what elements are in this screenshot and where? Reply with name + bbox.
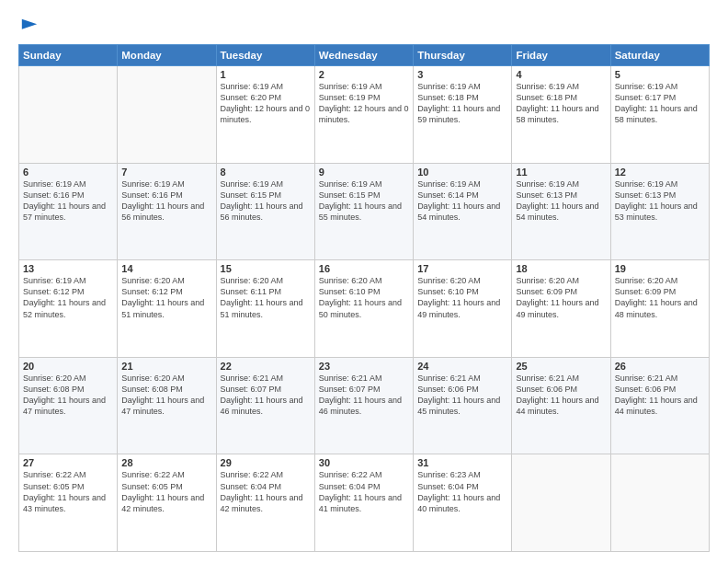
cell-info: Sunrise: 6:22 AM Sunset: 6:05 PM Dayligh… <box>23 469 113 514</box>
cell-info: Sunrise: 6:20 AM Sunset: 6:08 PM Dayligh… <box>23 373 113 418</box>
day-header-tuesday: Tuesday <box>216 45 314 66</box>
day-number: 20 <box>23 361 113 372</box>
cell-info: Sunrise: 6:20 AM Sunset: 6:08 PM Dayligh… <box>121 373 211 418</box>
calendar-cell: 15Sunrise: 6:20 AM Sunset: 6:11 PM Dayli… <box>216 260 314 358</box>
calendar-cell: 12Sunrise: 6:19 AM Sunset: 6:13 PM Dayli… <box>610 163 709 260</box>
day-number: 23 <box>319 361 409 372</box>
week-row-5: 27Sunrise: 6:22 AM Sunset: 6:05 PM Dayli… <box>19 454 710 552</box>
day-number: 4 <box>516 69 606 80</box>
calendar-cell: 16Sunrise: 6:20 AM Sunset: 6:10 PM Dayli… <box>314 260 413 358</box>
cell-info: Sunrise: 6:19 AM Sunset: 6:14 PM Dayligh… <box>417 178 507 224</box>
cell-info: Sunrise: 6:20 AM Sunset: 6:10 PM Dayligh… <box>319 275 409 320</box>
day-number: 24 <box>417 361 507 372</box>
calendar-cell: 10Sunrise: 6:19 AM Sunset: 6:14 PM Dayli… <box>414 163 512 260</box>
calendar-cell: 29Sunrise: 6:22 AM Sunset: 6:04 PM Dayli… <box>216 454 314 552</box>
week-row-4: 20Sunrise: 6:20 AM Sunset: 6:08 PM Dayli… <box>19 357 710 454</box>
day-number: 17 <box>417 263 507 274</box>
day-number: 29 <box>221 457 311 468</box>
calendar-cell: 31Sunrise: 6:23 AM Sunset: 6:04 PM Dayli… <box>414 454 512 552</box>
day-number: 21 <box>121 361 211 372</box>
day-number: 15 <box>221 263 311 274</box>
calendar-cell <box>19 66 118 164</box>
cell-info: Sunrise: 6:20 AM Sunset: 6:09 PM Dayligh… <box>615 275 705 320</box>
cell-info: Sunrise: 6:22 AM Sunset: 6:04 PM Dayligh… <box>319 469 409 514</box>
cell-info: Sunrise: 6:19 AM Sunset: 6:13 PM Dayligh… <box>615 178 705 224</box>
calendar-cell <box>118 66 216 164</box>
calendar-cell: 28Sunrise: 6:22 AM Sunset: 6:05 PM Dayli… <box>118 454 216 552</box>
cell-info: Sunrise: 6:19 AM Sunset: 6:13 PM Dayligh… <box>516 178 606 224</box>
calendar-cell: 24Sunrise: 6:21 AM Sunset: 6:06 PM Dayli… <box>414 357 512 454</box>
calendar-cell: 19Sunrise: 6:20 AM Sunset: 6:09 PM Dayli… <box>610 260 709 358</box>
svg-marker-0 <box>22 19 37 29</box>
calendar-cell: 9Sunrise: 6:19 AM Sunset: 6:15 PM Daylig… <box>314 163 413 260</box>
calendar-cell: 27Sunrise: 6:22 AM Sunset: 6:05 PM Dayli… <box>19 454 118 552</box>
cell-info: Sunrise: 6:21 AM Sunset: 6:06 PM Dayligh… <box>615 373 705 418</box>
day-header-thursday: Thursday <box>414 45 512 66</box>
cell-info: Sunrise: 6:19 AM Sunset: 6:18 PM Dayligh… <box>417 81 507 126</box>
cell-info: Sunrise: 6:19 AM Sunset: 6:17 PM Dayligh… <box>615 81 705 126</box>
day-number: 7 <box>121 167 211 178</box>
week-row-2: 6Sunrise: 6:19 AM Sunset: 6:16 PM Daylig… <box>19 163 710 260</box>
cell-info: Sunrise: 6:19 AM Sunset: 6:16 PM Dayligh… <box>121 178 211 224</box>
calendar-cell: 21Sunrise: 6:20 AM Sunset: 6:08 PM Dayli… <box>118 357 216 454</box>
day-number: 25 <box>516 361 606 372</box>
calendar-cell: 23Sunrise: 6:21 AM Sunset: 6:07 PM Dayli… <box>314 357 413 454</box>
calendar-cell: 22Sunrise: 6:21 AM Sunset: 6:07 PM Dayli… <box>216 357 314 454</box>
calendar-cell <box>512 454 610 552</box>
calendar-cell: 5Sunrise: 6:19 AM Sunset: 6:17 PM Daylig… <box>610 66 709 164</box>
header-row: SundayMondayTuesdayWednesdayThursdayFrid… <box>19 45 710 66</box>
day-number: 2 <box>319 69 409 80</box>
cell-info: Sunrise: 6:19 AM Sunset: 6:15 PM Dayligh… <box>221 178 311 224</box>
header <box>18 17 710 35</box>
calendar-cell: 7Sunrise: 6:19 AM Sunset: 6:16 PM Daylig… <box>118 163 216 260</box>
day-number: 13 <box>23 263 113 274</box>
cell-info: Sunrise: 6:22 AM Sunset: 6:05 PM Dayligh… <box>121 469 211 514</box>
calendar-cell: 1Sunrise: 6:19 AM Sunset: 6:20 PM Daylig… <box>216 66 314 164</box>
day-number: 5 <box>615 69 705 80</box>
cell-info: Sunrise: 6:19 AM Sunset: 6:19 PM Dayligh… <box>319 81 409 126</box>
cell-info: Sunrise: 6:23 AM Sunset: 6:04 PM Dayligh… <box>417 469 507 514</box>
cell-info: Sunrise: 6:22 AM Sunset: 6:04 PM Dayligh… <box>221 469 311 514</box>
day-number: 18 <box>516 263 606 274</box>
calendar-cell: 14Sunrise: 6:20 AM Sunset: 6:12 PM Dayli… <box>118 260 216 358</box>
page: SundayMondayTuesdayWednesdayThursdayFrid… <box>0 0 728 563</box>
week-row-3: 13Sunrise: 6:19 AM Sunset: 6:12 PM Dayli… <box>19 260 710 358</box>
calendar-cell: 8Sunrise: 6:19 AM Sunset: 6:15 PM Daylig… <box>216 163 314 260</box>
day-number: 27 <box>23 457 113 468</box>
day-header-sunday: Sunday <box>19 45 118 66</box>
day-number: 3 <box>417 69 507 80</box>
calendar-cell: 2Sunrise: 6:19 AM Sunset: 6:19 PM Daylig… <box>314 66 413 164</box>
calendar-cell: 25Sunrise: 6:21 AM Sunset: 6:06 PM Dayli… <box>512 357 610 454</box>
calendar-cell: 17Sunrise: 6:20 AM Sunset: 6:10 PM Dayli… <box>414 260 512 358</box>
day-number: 10 <box>417 167 507 178</box>
calendar-cell: 4Sunrise: 6:19 AM Sunset: 6:18 PM Daylig… <box>512 66 610 164</box>
day-number: 22 <box>221 361 311 372</box>
cell-info: Sunrise: 6:19 AM Sunset: 6:18 PM Dayligh… <box>516 81 606 126</box>
cell-info: Sunrise: 6:21 AM Sunset: 6:07 PM Dayligh… <box>221 373 311 418</box>
day-number: 11 <box>516 167 606 178</box>
logo <box>18 17 39 35</box>
cell-info: Sunrise: 6:20 AM Sunset: 6:10 PM Dayligh… <box>417 275 507 320</box>
cell-info: Sunrise: 6:19 AM Sunset: 6:16 PM Dayligh… <box>23 178 113 224</box>
calendar-cell <box>610 454 709 552</box>
day-header-saturday: Saturday <box>610 45 709 66</box>
day-number: 12 <box>615 167 705 178</box>
day-number: 30 <box>319 457 409 468</box>
day-header-friday: Friday <box>512 45 610 66</box>
day-number: 28 <box>121 457 211 468</box>
day-number: 26 <box>615 361 705 372</box>
day-header-monday: Monday <box>118 45 216 66</box>
day-number: 31 <box>417 457 507 468</box>
cell-info: Sunrise: 6:21 AM Sunset: 6:06 PM Dayligh… <box>417 373 507 418</box>
week-row-1: 1Sunrise: 6:19 AM Sunset: 6:20 PM Daylig… <box>19 66 710 164</box>
cell-info: Sunrise: 6:20 AM Sunset: 6:11 PM Dayligh… <box>221 275 311 320</box>
calendar: SundayMondayTuesdayWednesdayThursdayFrid… <box>18 44 710 552</box>
day-number: 16 <box>319 263 409 274</box>
day-number: 6 <box>23 167 113 178</box>
cell-info: Sunrise: 6:19 AM Sunset: 6:12 PM Dayligh… <box>23 275 113 320</box>
day-number: 19 <box>615 263 705 274</box>
calendar-cell: 20Sunrise: 6:20 AM Sunset: 6:08 PM Dayli… <box>19 357 118 454</box>
calendar-cell: 13Sunrise: 6:19 AM Sunset: 6:12 PM Dayli… <box>19 260 118 358</box>
day-number: 1 <box>221 69 311 80</box>
day-number: 8 <box>221 167 311 178</box>
